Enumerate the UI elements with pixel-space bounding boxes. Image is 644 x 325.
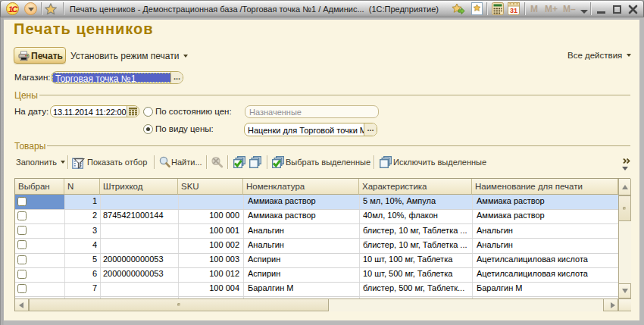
svg-text:31: 31 <box>510 7 517 14</box>
